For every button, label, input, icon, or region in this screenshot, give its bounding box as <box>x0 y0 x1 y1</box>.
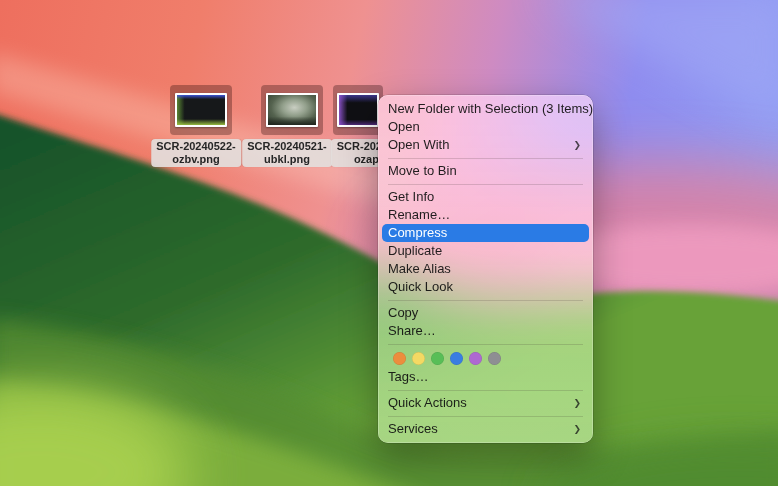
menu-separator <box>388 344 583 345</box>
context-menu: New Folder with Selection (3 Items) Open… <box>378 95 593 443</box>
menu-item-move-to-bin[interactable]: Move to Bin <box>382 162 589 180</box>
menu-item-get-info[interactable]: Get Info <box>382 188 589 206</box>
menu-item-make-alias[interactable]: Make Alias <box>382 260 589 278</box>
menu-item-new-folder-with-selection[interactable]: New Folder with Selection (3 Items) <box>382 100 589 118</box>
tag-color-dot[interactable] <box>469 352 482 365</box>
tag-color-dot[interactable] <box>412 352 425 365</box>
tag-color-dot[interactable] <box>488 352 501 365</box>
file-thumbnail-photo <box>266 93 318 127</box>
file-thumbnail-screenshot <box>175 93 227 127</box>
menu-item-quick-look[interactable]: Quick Look <box>382 278 589 296</box>
menu-separator <box>388 184 583 185</box>
menu-item-open[interactable]: Open <box>382 118 589 136</box>
file-selection-tile <box>333 85 383 135</box>
chevron-right-icon: ❯ <box>573 136 581 154</box>
menu-item-compress[interactable]: Compress <box>382 224 589 242</box>
menu-separator <box>388 416 583 417</box>
menu-item-open-with[interactable]: Open With ❯ <box>382 136 589 154</box>
menu-separator <box>388 158 583 159</box>
file-label: SCR-20240521- ubkl.png <box>242 139 332 167</box>
menu-item-share[interactable]: Share… <box>382 322 589 340</box>
menu-item-tags[interactable]: Tags… <box>382 368 589 386</box>
menu-separator <box>388 390 583 391</box>
chevron-right-icon: ❯ <box>573 394 581 412</box>
menu-item-duplicate[interactable]: Duplicate <box>382 242 589 260</box>
menu-separator <box>388 300 583 301</box>
tag-color-dot[interactable] <box>450 352 463 365</box>
file-label: SCR-20240522- ozbv.png <box>151 139 241 167</box>
desktop: { "wallpaper": {"name": "macos-sonoma-gr… <box>0 0 778 486</box>
chevron-right-icon: ❯ <box>573 420 581 438</box>
tag-dots <box>378 348 593 368</box>
menu-item-services[interactable]: Services ❯ <box>382 420 589 438</box>
tag-color-dot[interactable] <box>393 352 406 365</box>
menu-item-rename[interactable]: Rename… <box>382 206 589 224</box>
menu-item-copy[interactable]: Copy <box>382 304 589 322</box>
menu-item-quick-actions[interactable]: Quick Actions ❯ <box>382 394 589 412</box>
file-thumbnail-screenshot <box>337 93 379 127</box>
tag-color-dot[interactable] <box>431 352 444 365</box>
file-selection-tile <box>261 85 323 135</box>
file-selection-tile <box>170 85 232 135</box>
